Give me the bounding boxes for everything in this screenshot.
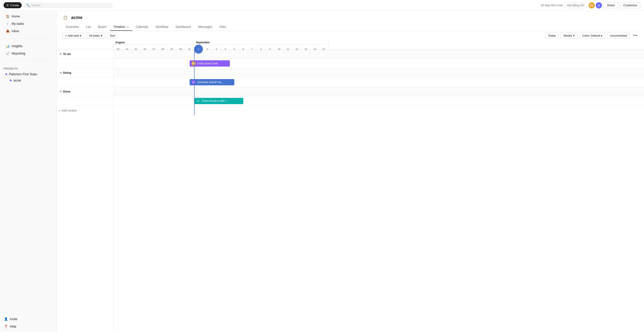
section-todo-name: To do: [63, 52, 112, 56]
color-chevron-icon: ▾: [601, 34, 602, 37]
day-sep-12: 12: [292, 45, 302, 54]
help-label: Help: [10, 325, 16, 328]
day-29: 29: [167, 45, 176, 54]
customize-button[interactable]: Customize: [620, 2, 640, 8]
add-task-button[interactable]: + Add task ▾: [62, 33, 84, 39]
sidebar-acme-label: acme: [14, 79, 21, 82]
add-section-plus-icon: +: [58, 109, 60, 112]
section-panel-header: [57, 40, 113, 49]
sidebar-item-reporting[interactable]: 📈 Reporting: [2, 50, 55, 57]
trial-text: 30 days left in trial: [541, 4, 562, 7]
section-row-doing: ▼ Doing: [57, 68, 113, 77]
tab-workflow[interactable]: Workflow: [152, 23, 172, 31]
tab-timeline[interactable]: Timeline ⊞: [110, 23, 132, 31]
topbar: ☰ Create 🔍 Search 30 days left in trial …: [0, 0, 644, 11]
team-dot-icon: [5, 73, 7, 75]
plus-icon: ☰: [6, 3, 9, 7]
gantt-area: August 23 24 25 26 27 28 29 30 31: [114, 40, 644, 332]
help-icon: ❓: [4, 324, 8, 329]
collapse-todo-button[interactable]: ▼: [58, 52, 63, 56]
doing-task-row: [57, 77, 113, 87]
search-bar[interactable]: 🔍 Search: [24, 3, 113, 8]
sidebar-item-insights[interactable]: 📊 Insights: [2, 42, 55, 50]
main-layout: 🏠 Home ✓ My tasks 📥 Inbox 📊 Insights 📈 R…: [0, 11, 644, 332]
add-billing-button[interactable]: Add billing info: [564, 3, 587, 8]
search-placeholder: Search: [31, 3, 40, 7]
section-doing-name: Doing: [63, 71, 112, 74]
sidebar-item-team[interactable]: Paloma's First Team: [2, 71, 55, 77]
sidebar-item-inbox[interactable]: 📥 Inbox: [2, 27, 55, 35]
sidebar-reporting-label: Reporting: [12, 52, 25, 55]
day-24: 24: [122, 45, 132, 54]
tab-list[interactable]: List: [82, 23, 94, 31]
day-sep-7: 7: [248, 45, 257, 54]
more-options-button[interactable]: •••: [632, 33, 639, 38]
day-sep-13: 13: [302, 45, 310, 54]
project-title-row: 📋 acme: [62, 14, 639, 20]
task-bar-draft[interactable]: PA Draft project brief: [190, 60, 230, 67]
today-button[interactable]: Today: [545, 33, 559, 39]
day-sep-4: 4: [221, 45, 230, 54]
section-row-done: ▼ Done: [57, 87, 113, 96]
section-done-name: Done: [63, 90, 112, 93]
toolbar: + Add task ▾ All tasks ▾ Sort Today Week…: [57, 31, 644, 40]
home-icon: 🏠: [5, 14, 10, 18]
day-30: 30: [176, 45, 185, 54]
all-tasks-button[interactable]: All tasks ▾: [86, 33, 105, 39]
sidebar-item-home[interactable]: 🏠 Home: [2, 13, 55, 20]
reporting-icon: 📈: [5, 51, 10, 56]
section-panel: ▼ To do ▼ Doing ▼ Done: [57, 40, 114, 332]
color-button[interactable]: Color: Default ▾: [580, 33, 605, 39]
sidebar-item-acme[interactable]: acme: [2, 77, 55, 83]
gantt-done-task-row: al Share timeline with t...: [114, 96, 644, 106]
sidebar-home-label: Home: [12, 14, 20, 18]
invite-button[interactable]: 👤 Invite: [0, 316, 56, 323]
avatar-pa: PA: [588, 2, 595, 8]
today-vertical-line: [194, 49, 194, 115]
tab-files[interactable]: Files: [216, 23, 230, 31]
task-avatar-al: al: [196, 99, 200, 103]
day-31: 31: [185, 45, 194, 54]
tab-messages[interactable]: Messages: [194, 23, 216, 31]
tab-calendar[interactable]: Calendar: [132, 23, 152, 31]
toolbar-right: Today Weeks ▾ Color: Default ▾ Unschedul…: [545, 33, 639, 39]
project-header: 📋 acme Overview List Board Timeline ⊞ Ca…: [57, 11, 644, 31]
help-button[interactable]: ❓ Help: [0, 323, 56, 330]
avatar-al: al: [596, 2, 602, 8]
weeks-label: Weeks: [563, 34, 572, 37]
sidebar: 🏠 Home ✓ My tasks 📥 Inbox 📊 Insights 📈 R…: [0, 11, 57, 332]
add-task-plus-icon: +: [65, 34, 67, 37]
unscheduled-button[interactable]: Unscheduled: [607, 33, 630, 39]
create-button[interactable]: ☰ Create: [4, 2, 22, 8]
day-sep-3: 3: [212, 45, 221, 54]
projects-section-header: Projects: [0, 66, 56, 71]
project-title: acme: [71, 15, 82, 20]
sort-button[interactable]: Sort: [107, 33, 118, 39]
create-label: Create: [10, 3, 19, 7]
content-area: 📋 acme Overview List Board Timeline ⊞ Ca…: [57, 11, 644, 332]
task-avatar-pa: PA: [192, 61, 196, 66]
day-sep-10: 10: [274, 45, 284, 54]
weeks-button[interactable]: Weeks ▾: [560, 33, 578, 39]
collapse-done-button[interactable]: ▼: [58, 89, 63, 94]
gantt-doing-section-row: [114, 68, 644, 77]
inbox-icon: 📥: [5, 29, 10, 33]
sidebar-insights-label: Insights: [12, 44, 22, 48]
sidebar-item-mytasks[interactable]: ✓ My tasks: [2, 20, 55, 27]
day-sep-9: 9: [266, 45, 274, 54]
sidebar-nav-section: 🏠 Home ✓ My tasks 📥 Inbox: [0, 11, 56, 37]
day-sep-5: 5: [230, 45, 239, 54]
gantt-add-section-row[interactable]: [114, 106, 644, 115]
collapse-doing-button[interactable]: ▼: [58, 70, 63, 75]
task-bar-share[interactable]: al Share timeline with t...: [194, 98, 243, 104]
day-23: 23: [114, 45, 122, 54]
task-bar-schedule[interactable]: PA Schedule kickoff me...: [190, 79, 234, 85]
share-button[interactable]: Share: [604, 2, 618, 8]
sidebar-mytasks-label: My tasks: [12, 22, 24, 25]
task-avatar-pa2: PA: [192, 80, 196, 84]
tab-overview[interactable]: Overview: [62, 23, 82, 31]
tab-board[interactable]: Board: [94, 23, 110, 31]
tab-dashboard[interactable]: Dashboard: [172, 23, 194, 31]
add-section-row[interactable]: + Add section: [57, 106, 113, 115]
all-tasks-label: All tasks: [89, 34, 100, 37]
